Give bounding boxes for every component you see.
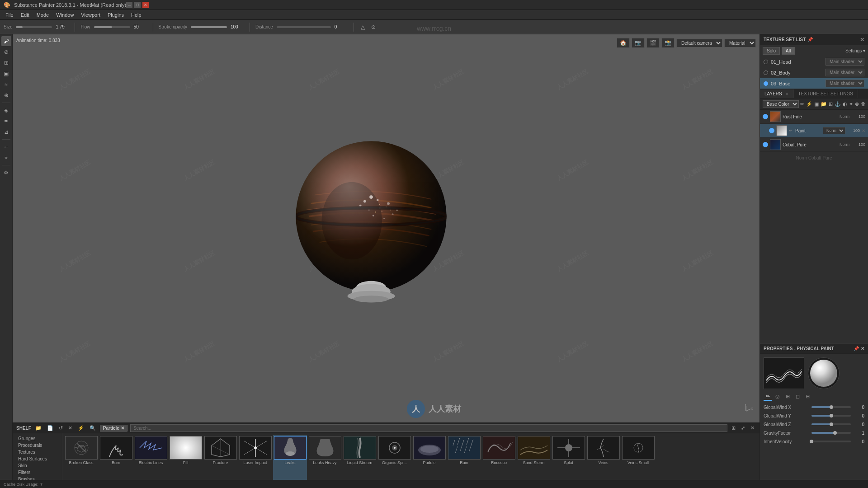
camera-select[interactable]: Default camera — [676, 39, 722, 47]
tool-smudge[interactable]: ≈ — [1, 80, 11, 89]
ts-shader-base[interactable]: Main shader — [826, 80, 864, 87]
shelf-icon-filter[interactable]: ⚡ — [76, 425, 85, 432]
tab-layers-close[interactable]: ✕ — [785, 92, 789, 96]
menu-file[interactable]: File — [2, 11, 17, 19]
ts-item-head[interactable]: 01_Head Main shader — [760, 56, 868, 67]
distance-slider[interactable] — [277, 26, 331, 28]
shelf-close-icon[interactable]: ✕ — [749, 425, 756, 432]
shelf-item-broken-glass[interactable]: Broken Glass — [64, 435, 98, 486]
tool-select[interactable]: ⌖ — [1, 153, 11, 163]
layer-item-cobalt-pure[interactable]: Cobalt Pure Norm 100 — [760, 138, 868, 152]
shelf-item-burn[interactable]: Burn — [99, 435, 133, 486]
tool-clone[interactable]: ⊕ — [1, 90, 11, 100]
menu-window[interactable]: Window — [52, 11, 77, 19]
minimize-button[interactable]: ─ — [126, 2, 132, 8]
maximize-button[interactable]: □ — [134, 2, 141, 8]
props-tab-geometry[interactable]: ◻ — [793, 393, 802, 401]
props-tab-brush[interactable]: ✏ — [764, 393, 772, 401]
close-button[interactable]: ✕ — [142, 2, 149, 8]
layer-tool-paint[interactable]: ✏ — [800, 100, 805, 108]
shelf-item-leaks-heavy[interactable]: Leaks Heavy — [308, 435, 342, 486]
props-tab-material[interactable]: ◎ — [774, 393, 782, 401]
shelf-item-liquid-stream[interactable]: Liquid Stream — [343, 435, 377, 486]
tool-paint-brush[interactable]: 🖌 — [1, 36, 11, 46]
menu-edit[interactable]: Edit — [17, 11, 33, 19]
shelf-item-organic-spr[interactable]: Organic Spr... — [377, 435, 411, 486]
tool-eraser[interactable]: ⊘ — [1, 47, 11, 57]
toolbar-icon-2[interactable]: ⊙ — [370, 23, 377, 31]
shelf-item-rain[interactable]: Rain — [447, 435, 481, 486]
param-slider-inherit-velocity[interactable] — [811, 438, 851, 445]
menu-viewport[interactable]: Viewport — [77, 11, 104, 19]
layer-tool-filter[interactable]: ⚡ — [806, 100, 813, 108]
tool-color-picker[interactable]: ✒ — [1, 116, 11, 126]
ts-shader-head[interactable]: Main shader — [826, 58, 864, 66]
layer-tool-effect[interactable]: ✦ — [849, 100, 854, 108]
props-pin-icon[interactable]: 📌 — [854, 346, 859, 351]
menu-plugins[interactable]: Plugins — [104, 11, 127, 19]
shelf-search-input[interactable] — [130, 424, 727, 432]
shelf-cat-grunges[interactable]: Grunges — [13, 435, 62, 442]
shelf-item-puddle[interactable]: Puddle — [412, 435, 446, 486]
viewport[interactable]: 人人素材社区 人人素材社区 人人素材社区 人人素材社区 人人素材社区 人人素材社… — [13, 34, 760, 488]
layer-vis-cobalt-pure[interactable] — [763, 142, 768, 147]
shelf-item-veins[interactable]: Veins — [586, 435, 620, 486]
layer-tool-trash[interactable]: 🗑 — [860, 100, 866, 108]
viewport-icon-2[interactable]: 📷 — [632, 38, 645, 48]
ts-item-base[interactable]: 03_Base Main shader — [760, 78, 868, 89]
tab-layers[interactable]: LAYERS ✕ — [760, 89, 794, 98]
menu-help[interactable]: Help — [127, 11, 145, 19]
tsl-all-btn[interactable]: All — [782, 47, 795, 55]
param-slider-globalwind-x[interactable] — [811, 404, 851, 410]
layer-item-paint[interactable]: ✏ Paint Norm 100 ✕ — [760, 124, 868, 138]
viewport-icon-3[interactable]: 🎬 — [646, 38, 660, 48]
props-close-icon[interactable]: ✕ — [861, 346, 864, 351]
shelf-item-electric-lines[interactable]: Electric Lines — [134, 435, 168, 486]
shelf-icon-delete[interactable]: ✕ — [67, 425, 74, 432]
shading-select[interactable]: Material — [724, 39, 756, 47]
tool-polygon-fill[interactable]: ◈ — [1, 105, 11, 115]
flow-slider[interactable] — [94, 26, 130, 28]
tsl-close-icon[interactable]: ✕ — [860, 37, 864, 43]
shelf-cat-skin[interactable]: Skin — [13, 462, 62, 469]
tsl-solo-btn[interactable]: Solo — [763, 47, 780, 55]
shelf-filter-tag-close[interactable]: ✕ — [121, 426, 124, 431]
shelf-item-laser-impact[interactable]: Laser Impact — [238, 435, 272, 486]
layer-tool-mask[interactable]: ◐ — [842, 100, 848, 108]
layer-tool-fill[interactable]: ▣ — [814, 100, 819, 108]
tool-measure[interactable]: ⊿ — [1, 127, 11, 137]
shelf-item-sand-storm[interactable]: Sand Storm — [517, 435, 551, 486]
shelf-icon-refresh[interactable]: ↺ — [57, 425, 64, 432]
shelf-icon-file[interactable]: 📄 — [46, 425, 55, 432]
shelf-cat-hard-surfaces[interactable]: Hard Surfaces — [13, 455, 62, 462]
viewport-icon-1[interactable]: 🏠 — [617, 38, 630, 48]
tsl-settings-btn[interactable]: Settings ▾ — [845, 48, 865, 53]
tab-texture-set-settings[interactable]: TEXTURE SET SETTINGS — [794, 89, 859, 98]
stroke-opacity-slider[interactable] — [191, 26, 227, 28]
shelf-item-leaks[interactable]: Leaks — [273, 435, 307, 486]
tool-fill[interactable]: ▣ — [1, 69, 11, 79]
viewport-icon-4[interactable]: 📸 — [661, 38, 675, 48]
shelf-icon-search[interactable]: 🔍 — [88, 425, 97, 432]
layer-item-rust-fine[interactable]: Rust Fine Norm 100 — [760, 110, 868, 124]
ts-shader-body[interactable]: Main shader — [826, 69, 864, 76]
shelf-item-fracture[interactable]: Fracture — [203, 435, 237, 486]
props-tab-extra[interactable]: ⊟ — [803, 393, 811, 401]
shelf-item-rococco[interactable]: Rococco — [482, 435, 516, 486]
layer-tool-folder[interactable]: 📁 — [820, 100, 827, 108]
ts-item-body[interactable]: 02_Body Main shader — [760, 67, 868, 78]
tool-transform[interactable]: ↔ — [1, 142, 11, 152]
layer-del-paint[interactable]: ✕ — [862, 128, 865, 133]
param-slider-globalwind-y[interactable] — [811, 413, 851, 419]
tool-projection[interactable]: ⊞ — [1, 58, 11, 68]
layer-tool-anchor[interactable]: ⚓ — [834, 100, 841, 108]
layer-mode-paint[interactable]: Norm — [823, 127, 845, 134]
shelf-grid-icon[interactable]: ⊞ — [730, 425, 737, 432]
layer-tool-group[interactable]: ⊞ — [828, 100, 833, 108]
shelf-item-veins-small[interactable]: Veins Small — [621, 435, 655, 486]
layer-channel-dropdown[interactable]: Base Color — [763, 100, 799, 108]
tool-settings[interactable]: ⚙ — [1, 168, 11, 178]
shelf-item-splat[interactable]: Splat — [552, 435, 585, 486]
toolbar-icon-1[interactable]: △ — [359, 23, 366, 31]
tsl-pin-icon[interactable]: 📌 — [807, 37, 813, 42]
